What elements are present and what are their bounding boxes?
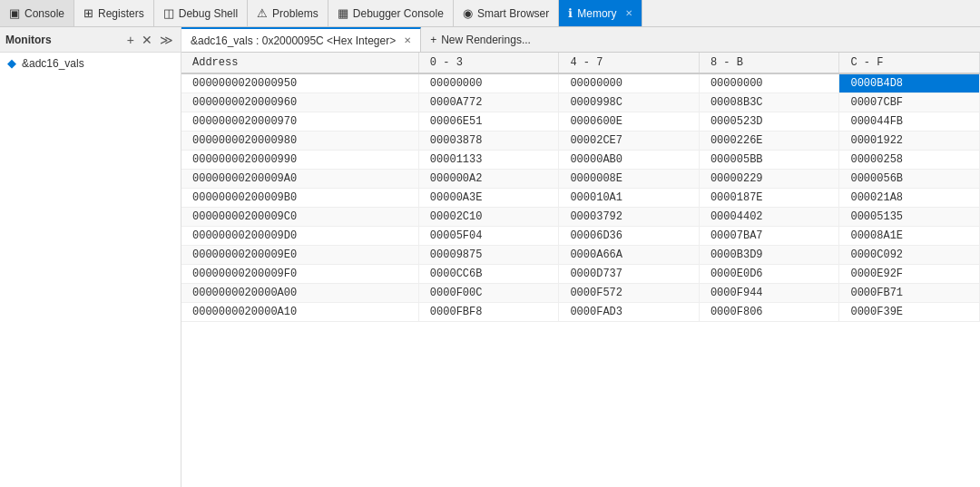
tab-memory[interactable]: ℹ Memory ✕ [559,0,642,26]
registers-icon: ⊞ [83,6,93,20]
cell-address: 0000000020000960 [181,93,418,112]
table-row: 0000000020000950000000000000000000000000… [181,73,980,93]
cell-address: 00000000200009A0 [181,170,418,189]
cell-value: 00000000 [699,73,839,93]
cell-value: 0000600E [559,112,700,131]
sidebar-header: Monitors + ✕ ≫ [0,27,181,53]
sidebar-item-adc16vals[interactable]: ◆ &adc16_vals [0,53,181,73]
tab-console-label: Console [24,7,64,20]
cell-value: 0000F806 [699,303,839,322]
cell-value: 0000E0D6 [699,265,839,284]
table-row: 00000000200009E0000098750000A66A0000B3D9… [181,246,980,265]
console-icon: ▣ [9,6,20,20]
cell-value: 00009875 [418,246,559,265]
tab-smart-browser[interactable]: ◉ Smart Browser [454,0,559,26]
cell-address: 00000000200009F0 [181,265,418,284]
tab-debug-shell[interactable]: ◫ Debug Shell [154,0,248,26]
table-row: 00000000200009900000113300000AB0000005BB… [181,151,980,170]
new-renderings-plus-icon: + [430,34,436,46]
cell-value: 00006D36 [559,227,700,246]
top-tab-bar: ▣ Console ⊞ Registers ◫ Debug Shell ⚠ Pr… [0,0,980,27]
cell-value: 00006E51 [418,112,559,131]
debugger-console-icon: ▦ [338,6,348,20]
table-row: 00000000200009600000A7720000998C00008B3C… [181,93,980,112]
inner-tab-label: &adc16_vals : 0x2000095C <Hex Integer> [191,34,396,47]
cell-address: 0000000020000990 [181,151,418,170]
cell-value: 000010A1 [559,189,700,208]
cell-address: 00000000200009E0 [181,246,418,265]
cell-value: 00000000 [418,73,559,93]
cell-value: 000005BB [699,151,839,170]
cell-value: 00001133 [418,151,559,170]
sidebar-add-button[interactable]: + [125,34,136,46]
col-header-8-b: 8 - B [699,53,839,73]
inner-tab-hex[interactable]: &adc16_vals : 0x2000095C <Hex Integer> ✕ [181,27,421,52]
cell-address: 00000000200009D0 [181,227,418,246]
cell-address: 0000000020000A10 [181,303,418,322]
cell-value: 0000FB71 [839,284,980,303]
cell-value: 0000B3D9 [699,246,839,265]
table-header-row: Address 0 - 3 4 - 7 8 - B C - F [181,53,980,73]
tab-debugger-console-label: Debugger Console [353,7,444,20]
cell-value: 0000998C [559,93,700,112]
cell-value: 00005135 [839,208,980,227]
cell-value: 000021A8 [839,189,980,208]
cell-value: 00008A1E [839,227,980,246]
table-row: 00000000200009D000005F0400006D3600007BA7… [181,227,980,246]
col-header-address: Address [181,53,418,73]
table-row: 0000000020000A100000FBF80000FAD30000F806… [181,303,980,322]
cell-value: 0000056B [839,170,980,189]
cell-value: 0000008E [559,170,700,189]
sidebar-collapse-button[interactable]: ≫ [158,34,175,46]
cell-value: 00000AB0 [559,151,700,170]
debug-shell-icon: ◫ [163,6,174,20]
monitor-item-icon: ◆ [7,56,16,70]
cell-value: 00007BA7 [699,227,839,246]
new-renderings-label: New Renderings... [441,34,531,46]
sidebar-item-label: &adc16_vals [22,57,84,70]
table-row: 00000000200009C000002C100000379200004402… [181,208,980,227]
cell-value: 0000F39E [839,303,980,322]
cell-value: 00000A3E [418,189,559,208]
cell-value: 00000000 [559,73,700,93]
cell-value: 00001922 [839,131,980,151]
table-row: 00000000200009B000000A3E000010A10000187E… [181,189,980,208]
new-renderings-button[interactable]: + New Renderings... [421,27,540,52]
cell-address: 00000000200009B0 [181,189,418,208]
cell-value: 0000A66A [559,246,700,265]
right-panel: &adc16_vals : 0x2000095C <Hex Integer> ✕… [181,27,980,487]
inner-tab-close[interactable]: ✕ [404,35,411,45]
cell-value: 00005F04 [418,227,559,246]
problems-icon: ⚠ [257,6,268,20]
tab-problems-label: Problems [272,7,318,20]
main-area: Monitors + ✕ ≫ ◆ &adc16_vals &adc16_vals… [0,27,980,487]
tab-smart-browser-label: Smart Browser [477,7,549,20]
tab-registers-label: Registers [98,7,144,20]
smart-browser-icon: ◉ [463,6,473,20]
cell-value: 0000226E [699,131,839,151]
tab-debugger-console[interactable]: ▦ Debugger Console [328,0,454,26]
table-row: 0000000020000A000000F00C0000F5720000F944… [181,284,980,303]
cell-value: 00004402 [699,208,839,227]
memory-table-container[interactable]: Address 0 - 3 4 - 7 8 - B C - F 00000000… [181,53,980,487]
cell-value: 00000229 [699,170,839,189]
inner-tab-bar: &adc16_vals : 0x2000095C <Hex Integer> ✕… [181,27,980,53]
cell-value: 00000258 [839,151,980,170]
tab-problems[interactable]: ⚠ Problems [248,0,328,26]
table-row: 000000002000097000006E510000600E0000523D… [181,112,980,131]
cell-value: 0000CC6B [418,265,559,284]
tab-registers[interactable]: ⊞ Registers [74,0,154,26]
cell-address: 0000000020000970 [181,112,418,131]
tab-console[interactable]: ▣ Console [0,0,74,26]
tab-memory-close[interactable]: ✕ [625,8,632,18]
cell-value: 0000F00C [418,284,559,303]
cell-value: 0000FAD3 [559,303,700,322]
memory-icon: ℹ [568,6,573,20]
tab-debug-shell-label: Debug Shell [179,7,238,20]
cell-value: 00007CBF [839,93,980,112]
cell-address: 0000000020000950 [181,73,418,93]
cell-value: 000044FB [839,112,980,131]
cell-address: 0000000020000980 [181,131,418,151]
col-header-4-7: 4 - 7 [559,53,700,73]
sidebar-remove-button[interactable]: ✕ [140,34,154,46]
